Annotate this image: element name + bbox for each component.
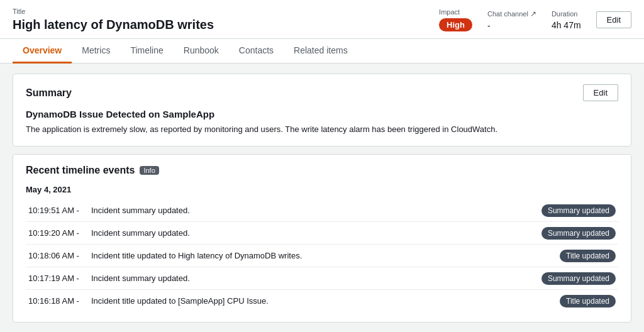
event-tag: Title updated [560,295,616,307]
chat-channel-section: Chat channel ↗ - [487,9,536,31]
event-description: Incident summary updated. [89,199,476,222]
main-content: Summary Edit DynamoDB Issue Detected on … [0,64,644,332]
event-description: Incident summary updated. [89,267,476,289]
header-edit-button[interactable]: Edit [596,11,631,28]
event-description: Incident title updated to [SampleApp] CP… [89,289,476,312]
header-left: Title High latency of DynamoDB writes [13,8,214,32]
summary-header: Summary Edit [26,84,618,101]
impact-label: Impact [439,8,460,16]
incident-title: High latency of DynamoDB writes [13,18,214,32]
impact-badge: High [439,18,472,31]
event-tag: Summary updated [541,227,616,240]
duration-value: 4h 47m [552,20,581,30]
tab-overview[interactable]: Overview [13,39,72,64]
tabs-bar: Overview Metrics Timeline Runbook Contac… [0,39,644,64]
timeline-row: 10:17:19 AM - Incident summary updated. … [26,267,618,289]
event-tag-cell: Summary updated [476,221,618,244]
info-badge[interactable]: Info [140,166,158,175]
event-time: 10:19:51 AM - [26,199,89,222]
timeline-row: 10:18:06 AM - Incident title updated to … [26,244,618,267]
event-time: 10:16:18 AM - [26,289,89,312]
event-tag-cell: Summary updated [476,267,618,289]
duration-label: Duration [552,10,578,18]
header: Title High latency of DynamoDB writes Im… [0,0,644,39]
header-right: Impact High Chat channel ↗ - Duration 4h… [439,8,631,31]
timeline-header: Recent timeline events Info [26,165,618,176]
title-label: Title [13,8,214,15]
summary-body: The application is extremely slow, as re… [26,123,618,136]
chat-label: Chat channel ↗ [487,9,536,18]
event-description: Incident title updated to High latency o… [89,244,476,267]
timeline-row: 10:19:51 AM - Incident summary updated. … [26,199,618,222]
timeline-card: Recent timeline events Info May 4, 2021 … [13,154,631,323]
chat-value: - [487,21,491,31]
timeline-row: 10:19:20 AM - Incident summary updated. … [26,221,618,244]
event-time: 10:19:20 AM - [26,221,89,244]
event-tag: Summary updated [541,272,616,285]
timeline-row: 10:16:18 AM - Incident title updated to … [26,289,618,312]
summary-title: Summary [26,87,72,99]
timeline-date: May 4, 2021 [26,185,618,194]
tab-metrics[interactable]: Metrics [72,39,120,64]
tab-related-items[interactable]: Related items [284,39,358,64]
duration-section: Duration 4h 47m [552,10,581,30]
summary-card: Summary Edit DynamoDB Issue Detected on … [13,74,631,147]
tab-contacts[interactable]: Contacts [229,39,284,64]
impact-section: Impact High [439,8,472,31]
event-tag: Summary updated [541,204,616,217]
tab-runbook[interactable]: Runbook [174,39,229,64]
summary-edit-button[interactable]: Edit [583,84,618,101]
event-tag-cell: Title updated [476,244,618,267]
event-tag: Title updated [560,250,616,262]
external-link-icon: ↗ [530,9,536,18]
event-tag-cell: Summary updated [476,199,618,222]
event-tag-cell: Title updated [476,289,618,312]
event-time: 10:17:19 AM - [26,267,89,289]
event-description: Incident summary updated. [89,221,476,244]
event-time: 10:18:06 AM - [26,244,89,267]
summary-heading: DynamoDB Issue Detected on SampleApp [26,109,618,119]
tab-timeline[interactable]: Timeline [120,39,173,64]
timeline-title: Recent timeline events [26,165,135,176]
timeline-table: 10:19:51 AM - Incident summary updated. … [26,199,618,312]
